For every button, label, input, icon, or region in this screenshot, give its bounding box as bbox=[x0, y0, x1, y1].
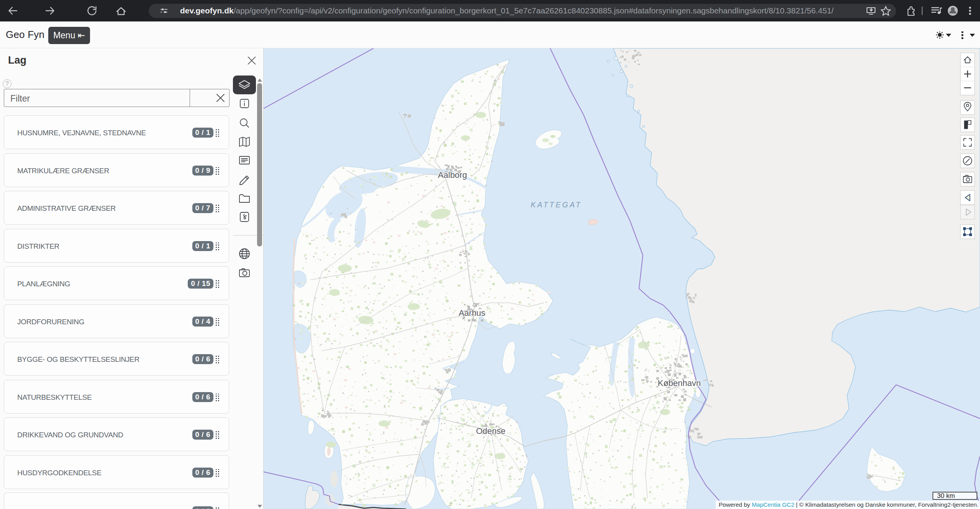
svg-text:KATTEGAT: KATTEGAT bbox=[531, 200, 582, 209]
svg-text:Odense: Odense bbox=[476, 426, 505, 436]
svg-text:Aalborg: Aalborg bbox=[438, 170, 467, 180]
svg-text:København: København bbox=[658, 378, 701, 388]
svg-text:Aarhus: Aarhus bbox=[459, 308, 485, 318]
